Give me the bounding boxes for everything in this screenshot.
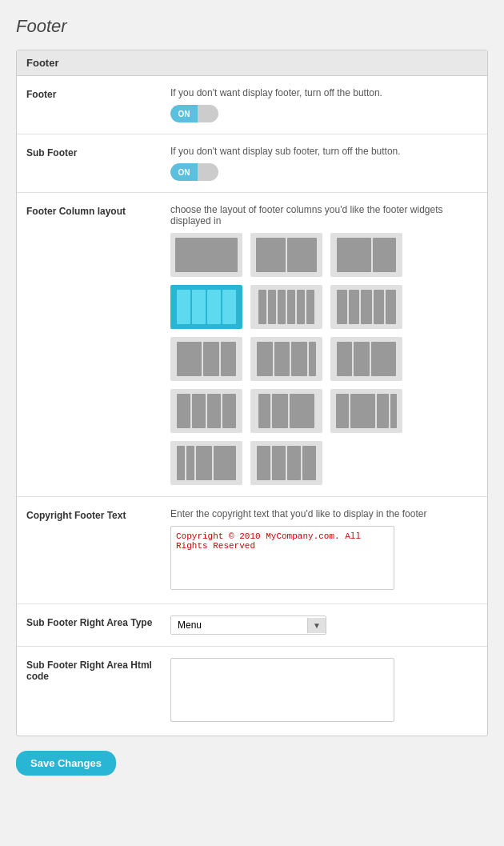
sub-footer-row: Sub Footer If you don't want display sub… — [17, 134, 487, 193]
sub-footer-right-area-type-row: Sub Footer Right Area Type Menu Html Non… — [17, 604, 487, 647]
layout-var5c[interactable] — [170, 441, 242, 485]
copyright-footer-text-content: Enter the copyright text that you'd like… — [170, 508, 478, 592]
sub-footer-right-area-html-row: Sub Footer Right Area Html code — [17, 647, 487, 736]
layout-var5a[interactable] — [250, 389, 322, 433]
sub-footer-type-select[interactable]: Menu Html None — [171, 616, 307, 634]
layout-4col-selected[interactable] — [170, 285, 242, 329]
settings-box-header: Footer — [17, 50, 487, 76]
layout-4col-last[interactable] — [250, 441, 322, 485]
sub-toggle-on-label: ON — [170, 163, 198, 181]
footer-column-layout-content: choose the layout of footer columns you'… — [170, 204, 478, 485]
footer-column-layout-label: Footer Column layout — [26, 204, 170, 217]
sub-footer-right-area-html-content — [170, 658, 478, 724]
sub-footer-content: If you don't want display sub footer, tu… — [170, 146, 478, 181]
select-arrow-icon: ▼ — [307, 618, 326, 633]
footer-column-layout-row: Footer Column layout choose the layout o… — [17, 193, 487, 497]
settings-box: Footer Footer If you don't want display … — [16, 50, 488, 736]
sub-footer-right-area-html-label: Sub Footer Right Area Html code — [26, 658, 170, 682]
toggle-off-part — [198, 105, 218, 122]
sub-footer-type-select-wrapper: Menu Html None ▼ — [170, 615, 326, 635]
layout-grid — [170, 233, 478, 485]
sub-footer-toggle[interactable]: ON — [170, 163, 218, 181]
save-changes-button[interactable]: Save Changes — [16, 751, 116, 776]
copyright-footer-text-label: Copyright Footer Text — [26, 508, 170, 521]
sub-footer-right-area-type-label: Sub Footer Right Area Type — [26, 615, 170, 628]
sub-footer-description: If you don't want display sub footer, tu… — [170, 146, 478, 157]
layout-3col-var3[interactable] — [330, 337, 402, 381]
page-title: Footer — [16, 16, 488, 37]
footer-content: If you don't want display footer, turn o… — [170, 87, 478, 122]
toggle-on-label: ON — [170, 105, 198, 122]
copyright-footer-text-description: Enter the copyright text that you'd like… — [170, 508, 478, 519]
footer-row: Footer If you don't want display footer,… — [17, 76, 487, 134]
sub-footer-right-area-type-content: Menu Html None ▼ — [170, 615, 478, 635]
footer-label: Footer — [26, 87, 170, 100]
copyright-textarea[interactable]: Copyright © 2010 MyCompany.com. All Righ… — [170, 526, 394, 590]
sub-footer-label: Sub Footer — [26, 146, 170, 158]
layout-2col-equal[interactable] — [250, 233, 322, 277]
sub-toggle-off-part — [198, 163, 218, 181]
layout-2col-unequal[interactable] — [330, 233, 402, 277]
layout-5col[interactable] — [330, 285, 402, 329]
layout-1col[interactable] — [170, 233, 242, 277]
layout-4col-row4[interactable] — [170, 389, 242, 433]
layout-var5b[interactable] — [330, 389, 402, 433]
layout-3col-var2[interactable] — [250, 337, 322, 381]
layout-6col[interactable] — [250, 285, 322, 329]
footer-toggle[interactable]: ON — [170, 105, 218, 122]
footer-column-layout-description: choose the layout of footer columns you'… — [170, 204, 478, 227]
layout-3col-var1[interactable] — [170, 337, 242, 381]
copyright-footer-text-row: Copyright Footer Text Enter the copyrigh… — [17, 497, 487, 604]
sub-footer-html-textarea[interactable] — [170, 658, 394, 722]
footer-description: If you don't want display footer, turn o… — [170, 87, 478, 98]
